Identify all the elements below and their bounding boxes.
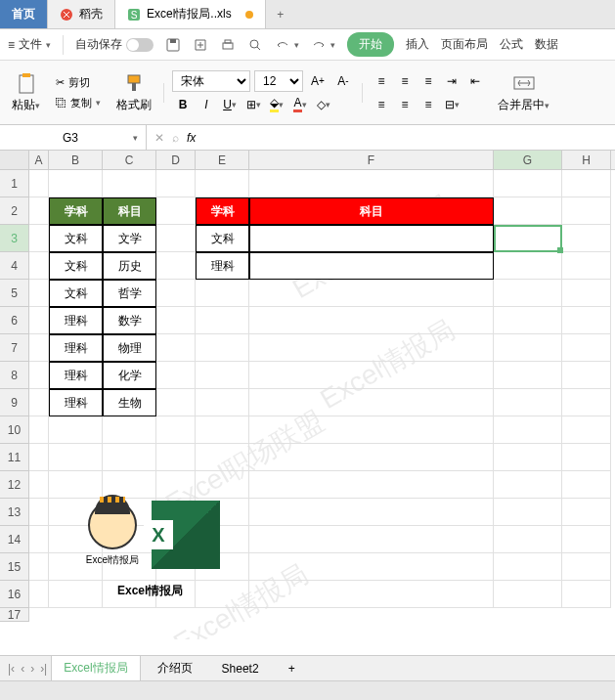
align-middle-button[interactable]: ≡ [394,70,416,92]
row-header[interactable]: 14 [0,526,29,553]
select-all-corner[interactable] [0,151,29,169]
row-header[interactable]: 17 [0,608,29,622]
col-header[interactable]: C [103,151,156,169]
col-header[interactable]: E [196,151,249,169]
row-header[interactable]: 12 [0,471,29,499]
name-box[interactable]: ▾ [0,125,147,150]
col-header[interactable]: B [49,151,103,169]
align-right-button[interactable]: ≡ [417,94,439,115]
underline-button[interactable]: U▾ [219,94,241,115]
align-center-button[interactable]: ≡ [394,94,416,115]
decrease-font-button[interactable]: A- [332,70,354,92]
print-button[interactable] [220,37,236,53]
menu-data[interactable]: 数据 [535,36,558,53]
border-button[interactable]: ⊞▾ [242,94,264,115]
copy-button[interactable]: ⿻复制▾ [52,94,105,112]
increase-indent-button[interactable]: ⇥ [441,70,462,92]
phonetic-button[interactable]: ◇▾ [313,94,334,115]
tab-daoke[interactable]: 稻壳 [48,0,115,28]
cell-F4[interactable] [249,252,494,280]
row-header[interactable]: 15 [0,553,29,581]
col-header[interactable]: D [156,151,196,169]
cell-B6[interactable]: 理科 [49,307,103,334]
cut-button[interactable]: ✂剪切 [52,73,105,92]
preview-button[interactable] [247,37,263,53]
menu-page[interactable]: 页面布局 [441,36,488,53]
name-box-input[interactable] [8,131,133,145]
autosave-toggle[interactable]: 自动保存 [75,36,154,53]
cell-B7[interactable]: 理科 [49,334,103,362]
row-header[interactable]: 11 [0,444,29,471]
row-header[interactable]: 10 [0,416,29,444]
cell-B5[interactable]: 文科 [49,280,103,307]
col-header[interactable]: F [249,151,494,169]
menu-start[interactable]: 开始 [347,32,394,57]
formula-input[interactable] [203,130,607,145]
cell-B3[interactable]: 文科 [49,225,103,252]
italic-button[interactable]: I [196,94,217,115]
search-icon[interactable]: ⌕ [172,131,179,145]
add-sheet-button[interactable]: + [276,657,308,680]
cell-C6[interactable]: 数学 [103,307,156,334]
cell-C2[interactable]: 科目 [103,197,156,225]
row-header[interactable]: 7 [0,334,29,362]
output-button[interactable] [193,37,208,53]
merge-center-button[interactable]: 合并居中▾ [494,67,553,117]
cell-B8[interactable]: 理科 [49,362,103,389]
row-header[interactable]: 1 [0,170,29,197]
align-top-button[interactable]: ≡ [371,70,392,92]
align-bottom-button[interactable]: ≡ [417,70,439,92]
row-header[interactable]: 8 [0,362,29,389]
row-header[interactable]: 4 [0,252,29,280]
sheet-tab[interactable]: Excel情报局 [51,655,140,681]
sheet-first-button[interactable]: |‹ [8,662,15,676]
col-header[interactable]: A [29,151,49,169]
add-tab-button[interactable]: + [266,0,295,28]
fill-color-button[interactable]: ⬙▾ [266,94,287,115]
font-color-button[interactable]: A▾ [289,94,311,115]
sheet-last-button[interactable]: ›| [40,662,47,676]
save-button[interactable] [165,37,181,53]
tab-home[interactable]: 首页 [0,0,48,28]
cancel-fx-icon[interactable]: ✕ [154,131,164,145]
cell-E3[interactable]: 文科 [196,225,249,252]
decrease-indent-button[interactable]: ⇤ [464,70,486,92]
row-header[interactable]: 6 [0,307,29,334]
wrap-text-button[interactable]: ⊟▾ [441,94,462,115]
menu-formula[interactable]: 公式 [500,36,523,53]
row-header[interactable]: 13 [0,499,29,526]
tab-file[interactable]: S Excel情报局..xls [115,0,266,28]
font-name-select[interactable]: 宋体 [172,70,250,92]
col-header[interactable]: H [562,151,611,169]
cell-B2[interactable]: 学科 [49,197,103,225]
sheet-prev-button[interactable]: ‹ [21,662,24,676]
cell-B4[interactable]: 文科 [49,252,103,280]
format-painter-button[interactable]: 格式刷 [112,67,155,117]
row-header[interactable]: 3 [0,225,29,252]
redo-button[interactable]: ▾ [311,37,335,53]
align-left-button[interactable]: ≡ [371,94,392,115]
cell-F3[interactable] [249,225,494,252]
fx-icon[interactable]: fx [187,131,196,145]
sheet-tab[interactable]: 介绍页 [145,655,205,681]
font-size-select[interactable]: 12 [254,70,303,92]
menu-insert[interactable]: 插入 [406,36,429,53]
sheet-tab[interactable]: Sheet2 [209,657,272,680]
row-header[interactable]: 16 [0,581,29,608]
cell-E4[interactable]: 理科 [196,252,249,280]
cell-C3[interactable]: 文学 [103,225,156,252]
embedded-image[interactable]: Excel情报局 X [83,501,230,579]
undo-button[interactable]: ▾ [275,37,299,53]
bold-button[interactable]: B [172,94,194,115]
sheet-next-button[interactable]: › [30,662,34,676]
col-header[interactable]: G [494,151,562,169]
increase-font-button[interactable]: A+ [307,70,329,92]
cell-B9[interactable]: 理科 [49,389,103,416]
cell-C9[interactable]: 生物 [103,389,156,416]
cell-C5[interactable]: 哲学 [103,280,156,307]
cell-F2[interactable]: 科目 [249,197,494,225]
cell-C8[interactable]: 化学 [103,362,156,389]
row-header[interactable]: 5 [0,280,29,307]
cell-C4[interactable]: 历史 [103,252,156,280]
row-header[interactable]: 9 [0,389,29,416]
